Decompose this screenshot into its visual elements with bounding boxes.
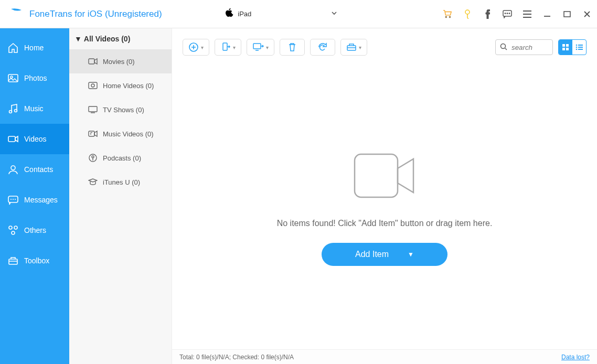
music-icon bbox=[7, 103, 19, 114]
sidebar-item-photos[interactable]: Photos bbox=[0, 63, 69, 93]
category-label: Podcasts (0) bbox=[103, 154, 141, 162]
svg-point-16 bbox=[13, 199, 14, 200]
sidebar-label: Photos bbox=[24, 74, 47, 82]
svg-point-38 bbox=[576, 45, 578, 46]
cart-icon[interactable] bbox=[443, 9, 452, 19]
device-name: iPad bbox=[238, 10, 251, 18]
empty-camera-icon bbox=[350, 150, 419, 204]
sidebar-item-contacts[interactable]: Contacts bbox=[0, 154, 69, 185]
svg-point-18 bbox=[9, 226, 12, 229]
svg-point-11 bbox=[15, 110, 17, 112]
category-label: TV Shows (0) bbox=[103, 106, 144, 114]
category-music-videos[interactable]: Music Videos (0) bbox=[69, 122, 172, 146]
sidebar-label: Contacts bbox=[24, 165, 53, 174]
category-label: Movies (0) bbox=[103, 58, 135, 66]
svg-point-10 bbox=[9, 111, 12, 113]
svg-rect-22 bbox=[89, 59, 94, 64]
category-movies[interactable]: Movies (0) bbox=[69, 49, 172, 73]
svg-rect-26 bbox=[89, 131, 94, 136]
grid-view-button[interactable] bbox=[559, 40, 572, 55]
svg-rect-43 bbox=[578, 49, 583, 50]
toolbar: ▾ ▾ ▾ ▾ bbox=[172, 28, 597, 66]
apple-icon bbox=[225, 8, 233, 20]
empty-message: No items found! Click "Add Item" button … bbox=[277, 219, 493, 228]
toolbox-icon bbox=[7, 255, 19, 266]
toolbox-button[interactable]: ▾ bbox=[340, 39, 367, 56]
sidebar-item-music[interactable]: Music bbox=[0, 93, 69, 124]
svg-point-2 bbox=[465, 10, 470, 14]
content-area[interactable]: No items found! Click "Add Item" button … bbox=[172, 66, 597, 349]
menu-icon[interactable] bbox=[523, 9, 532, 19]
device-selector[interactable]: iPad bbox=[218, 6, 344, 23]
close-icon[interactable] bbox=[582, 9, 592, 19]
category-home-videos[interactable]: Home Videos (0) bbox=[69, 73, 172, 98]
search-box[interactable] bbox=[495, 39, 553, 55]
svg-rect-21 bbox=[9, 259, 17, 264]
home-icon bbox=[7, 42, 19, 53]
category-label: iTunes U (0) bbox=[103, 178, 140, 186]
dropdown-triangle-icon: ▼ bbox=[408, 251, 414, 258]
sidebar-label: Videos bbox=[24, 135, 47, 143]
sidebar-item-toolbox[interactable]: Toolbox bbox=[0, 245, 69, 276]
view-toggle bbox=[558, 39, 587, 55]
sidebar-item-home[interactable]: Home bbox=[0, 33, 69, 63]
sidebar-label: Messages bbox=[24, 196, 58, 204]
chevron-down-icon: ▾ bbox=[266, 45, 269, 50]
category-podcasts[interactable]: Podcasts (0) bbox=[69, 146, 172, 170]
app-title: FoneTrans for iOS (Unregistered) bbox=[29, 9, 162, 19]
svg-point-5 bbox=[507, 13, 508, 14]
refresh-button[interactable] bbox=[310, 39, 335, 56]
svg-point-1 bbox=[449, 16, 451, 18]
add-item-button[interactable]: Add Item ▼ bbox=[322, 243, 447, 266]
search-input[interactable] bbox=[510, 43, 547, 52]
category-tv-shows[interactable]: TV Shows (0) bbox=[69, 98, 172, 122]
minimize-icon[interactable] bbox=[542, 9, 552, 19]
sidebar-label: Home bbox=[24, 44, 44, 52]
sidebar-item-others[interactable]: Others bbox=[0, 215, 69, 245]
sidebar-item-videos[interactable]: Videos bbox=[0, 124, 69, 154]
videos-icon bbox=[7, 133, 19, 145]
category-label: Music Videos (0) bbox=[103, 130, 154, 138]
music-videos-icon bbox=[88, 129, 98, 138]
svg-rect-41 bbox=[578, 47, 583, 48]
add-button[interactable]: ▾ bbox=[183, 39, 209, 56]
svg-point-24 bbox=[91, 84, 94, 87]
svg-rect-25 bbox=[89, 106, 97, 112]
messages-icon bbox=[7, 194, 19, 206]
svg-point-6 bbox=[509, 13, 510, 14]
svg-point-17 bbox=[15, 199, 16, 200]
svg-rect-36 bbox=[562, 48, 565, 50]
app-logo bbox=[8, 6, 24, 22]
maximize-icon[interactable] bbox=[562, 9, 572, 19]
export-pc-button[interactable]: ▾ bbox=[247, 39, 274, 56]
svg-point-42 bbox=[576, 49, 578, 50]
category-itunes-u[interactable]: iTunes U (0) bbox=[69, 170, 172, 194]
svg-point-40 bbox=[576, 47, 578, 48]
title-bar: FoneTrans for iOS (Unregistered) iPad bbox=[0, 0, 597, 28]
collapse-icon: ▼ bbox=[74, 35, 82, 43]
podcasts-icon bbox=[88, 153, 98, 163]
category-header[interactable]: ▼ All Videos (0) bbox=[69, 28, 172, 49]
facebook-icon[interactable] bbox=[483, 9, 492, 19]
data-lost-link[interactable]: Data lost? bbox=[561, 354, 590, 361]
status-bar: Total: 0 file(s)/N/A; Checked: 0 file(s)… bbox=[172, 349, 597, 364]
contacts-icon bbox=[7, 164, 19, 175]
feedback-icon[interactable] bbox=[503, 9, 512, 19]
sidebar-label: Music bbox=[24, 104, 44, 113]
window-controls bbox=[443, 9, 592, 19]
delete-button[interactable] bbox=[280, 39, 305, 56]
export-device-button[interactable]: ▾ bbox=[215, 39, 241, 56]
svg-point-0 bbox=[445, 16, 447, 18]
movies-icon bbox=[88, 57, 98, 66]
svg-point-19 bbox=[14, 226, 17, 229]
search-icon bbox=[500, 43, 507, 52]
sidebar-item-messages[interactable]: Messages bbox=[0, 185, 69, 215]
svg-point-15 bbox=[10, 199, 12, 200]
svg-rect-37 bbox=[566, 48, 569, 50]
add-item-label: Add Item bbox=[355, 250, 389, 259]
main-sidebar: Home Photos Music Videos Contacts Messag… bbox=[0, 28, 69, 364]
svg-point-20 bbox=[12, 231, 15, 234]
category-header-label: All Videos (0) bbox=[84, 35, 130, 43]
key-icon[interactable] bbox=[463, 9, 472, 19]
list-view-button[interactable] bbox=[572, 40, 586, 55]
